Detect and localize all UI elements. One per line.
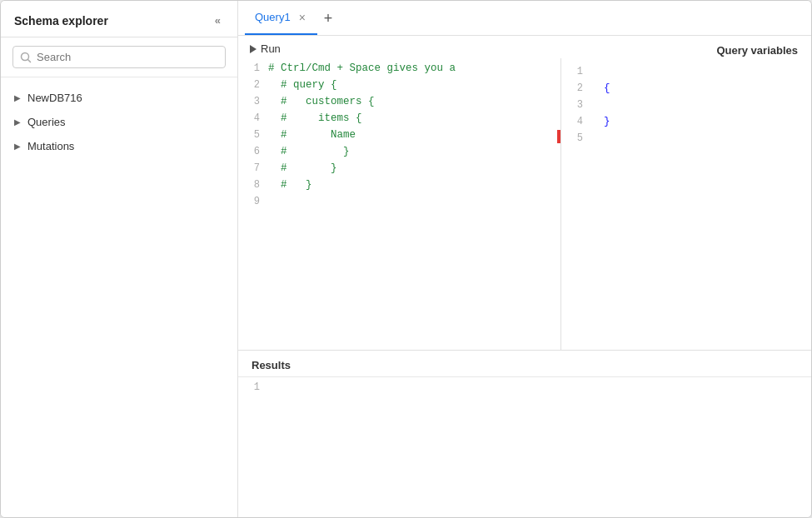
sidebar: Schema explorer « ▶ NewDB716 ▶ Queries: [1, 1, 238, 517]
code-panel: 1# Ctrl/Cmd + Space gives you a2 # query…: [238, 58, 561, 350]
chevron-right-icon: ▶: [14, 117, 21, 127]
line-number: 5: [238, 128, 268, 141]
sidebar-item-label-queries: Queries: [27, 116, 66, 128]
line-content: # }: [268, 145, 560, 157]
tab-bar: Query1 × +: [238, 1, 811, 36]
search-icon: [20, 52, 32, 63]
line-content: # Name: [268, 128, 560, 141]
qv-line-content: [591, 65, 811, 66]
svg-line-1: [28, 59, 31, 62]
search-input-wrap: [12, 46, 226, 68]
main-content: Query1 × + Run 1# Ctrl/Cmd + Space gives…: [238, 1, 811, 517]
qv-line-number: 2: [561, 82, 591, 94]
result-line-number: 1: [238, 381, 268, 393]
sidebar-title: Schema explorer: [14, 14, 108, 27]
line-content: # items {: [268, 112, 560, 124]
line-number: 1: [238, 62, 268, 74]
editor-code-area: Run 1# Ctrl/Cmd + Space gives you a2 # q…: [238, 36, 561, 350]
line-number: 9: [238, 195, 268, 207]
run-triangle-icon: [250, 45, 257, 53]
result-line: 1: [238, 381, 811, 397]
query-variables-panel: Query variables 12 {34 }5: [561, 36, 811, 350]
line-number: 6: [238, 145, 268, 157]
line-number: 4: [238, 112, 268, 124]
line-content: # }: [268, 162, 560, 174]
qv-line-content: }: [591, 115, 811, 127]
code-line: 9: [238, 195, 560, 212]
sidebar-item-newdb[interactable]: ▶ NewDB716: [1, 86, 237, 110]
line-content: # Ctrl/Cmd + Space gives you a: [268, 62, 560, 74]
sidebar-nav: ▶ NewDB716 ▶ Queries ▶ Mutations: [1, 77, 237, 517]
qv-line-content: [591, 98, 811, 99]
qv-line-number: 4: [561, 115, 591, 127]
code-editor[interactable]: 1# Ctrl/Cmd + Space gives you a2 # query…: [238, 58, 561, 350]
query-variables-title: Query variables: [561, 36, 811, 62]
results-title: Results: [238, 351, 811, 377]
line-number: 8: [238, 178, 268, 191]
qv-line-number: 1: [561, 65, 591, 77]
sidebar-item-mutations[interactable]: ▶ Mutations: [1, 134, 237, 158]
qv-line: 5: [561, 132, 811, 148]
code-line: 7 # }: [238, 162, 560, 178]
code-line: 5 # Name: [238, 128, 560, 145]
line-number: 3: [238, 95, 268, 107]
sidebar-item-label-newdb: NewDB716: [27, 92, 82, 104]
code-line: 8 # }: [238, 178, 560, 195]
line-content: # customers {: [268, 95, 560, 107]
cursor-mark: [557, 130, 560, 143]
qv-line: 3: [561, 98, 811, 115]
code-line: 4 # items {: [238, 112, 560, 128]
code-line: 6 # }: [238, 145, 560, 162]
tab-query1[interactable]: Query1 ×: [245, 1, 317, 35]
qv-line: 4 }: [561, 115, 811, 132]
line-content: [268, 195, 560, 196]
qv-line-content: {: [591, 82, 811, 94]
run-button[interactable]: Run: [250, 42, 281, 55]
run-btn-row: Run: [238, 36, 561, 58]
tab-label: Query1: [255, 11, 291, 23]
code-line: 2 # query {: [238, 78, 560, 95]
qv-line-number: 3: [561, 98, 591, 111]
results-code[interactable]: 1: [238, 377, 811, 401]
line-number: 2: [238, 78, 268, 91]
editor-section: Run 1# Ctrl/Cmd + Space gives you a2 # q…: [238, 36, 811, 351]
line-number: 7: [238, 162, 268, 174]
results-section: Results 1: [238, 351, 811, 517]
tab-close-button[interactable]: ×: [297, 12, 307, 23]
sidebar-item-label-mutations: Mutations: [27, 140, 74, 152]
run-label: Run: [261, 42, 281, 55]
app-window: Schema explorer « ▶ NewDB716 ▶ Queries: [0, 0, 812, 518]
sidebar-item-queries[interactable]: ▶ Queries: [1, 110, 237, 134]
sidebar-header: Schema explorer «: [1, 1, 237, 37]
qv-line-number: 5: [561, 132, 591, 144]
search-input[interactable]: [37, 51, 218, 63]
qv-line: 2 {: [561, 82, 811, 98]
qv-line: 1: [561, 65, 811, 82]
chevron-right-icon: ▶: [14, 142, 21, 151]
chevron-right-icon: ▶: [14, 93, 21, 102]
code-line: 1# Ctrl/Cmd + Space gives you a: [238, 62, 560, 78]
collapse-sidebar-button[interactable]: «: [212, 12, 224, 28]
line-content: # query {: [268, 78, 560, 91]
line-content: # }: [268, 178, 560, 191]
qv-line-content: [591, 132, 811, 132]
search-area: [1, 37, 237, 77]
query-variables-code[interactable]: 12 {34 }5: [561, 62, 811, 152]
add-tab-button[interactable]: +: [317, 7, 340, 29]
code-line: 3 # customers {: [238, 95, 560, 112]
